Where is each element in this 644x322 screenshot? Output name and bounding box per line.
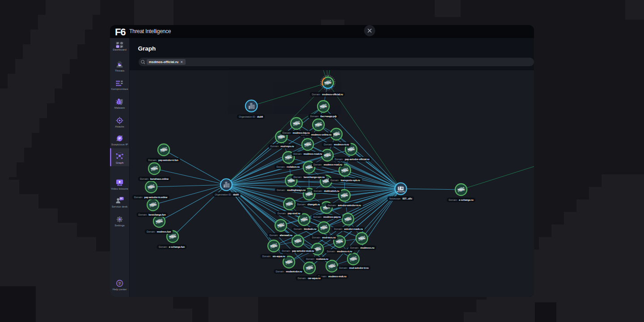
svg-text:бестчендх.рф: бестчендх.рф bbox=[320, 115, 336, 118]
svg-text:pay-avtodor-msk.ru: pay-avtodor-msk.ru bbox=[292, 250, 314, 252]
svg-text:Domain:: Domain: bbox=[449, 199, 458, 201]
svg-text:msdmos-msk.ru: msdmos-msk.ru bbox=[328, 275, 347, 278]
svg-text:msdmoss.ru: msdmoss.ru bbox=[360, 246, 374, 249]
svg-text:WWW: WWW bbox=[286, 203, 293, 205]
svg-text:msdmos-official.ru: msdmos-official.ru bbox=[322, 93, 343, 96]
svg-text:Domain:: Domain: bbox=[293, 228, 302, 230]
svg-text:WWW: WWW bbox=[294, 240, 302, 242]
svg-text:e-schange.fun: e-schange.fun bbox=[169, 246, 185, 248]
svg-text:WWW: WWW bbox=[336, 240, 343, 243]
svg-text:pay-avtodor-tr.fun: pay-avtodor-tr.fun bbox=[158, 159, 178, 161]
svg-text:Netoscope:: Netoscope: bbox=[389, 197, 401, 200]
svg-text:Domain:: Domain: bbox=[270, 145, 279, 148]
svg-text:roslabon.ru: roslabon.ru bbox=[287, 165, 300, 168]
svg-text:Suspicious IP: Suspicious IP bbox=[111, 142, 128, 145]
svg-text:bestchange-vpn.ru: bestchange-vpn.ru bbox=[304, 176, 325, 178]
svg-text:Domain:: Domain: bbox=[313, 216, 322, 218]
svg-text:WWW: WWW bbox=[149, 203, 157, 206]
svg-text:dubft: dubft bbox=[257, 115, 263, 118]
svg-text:msdmos-online.ru: msdmos-online.ru bbox=[311, 133, 331, 136]
svg-text:WWW: WWW bbox=[341, 194, 348, 197]
svg-text:rosbava.ru: rosbava.ru bbox=[316, 258, 328, 260]
svg-text:dublt: dublt bbox=[233, 193, 238, 196]
svg-text:?: ? bbox=[119, 280, 121, 285]
svg-text:WWW: WWW bbox=[278, 136, 285, 138]
svg-text:Domain:: Domain: bbox=[350, 246, 359, 249]
svg-text:Domain:: Domain: bbox=[293, 153, 302, 155]
svg-text:msdmos.fun: msdmos.fun bbox=[157, 230, 171, 233]
svg-text:Organization ID:: Organization ID: bbox=[239, 115, 256, 118]
svg-text:msdmos-bip.ru: msdmos-bip.ru bbox=[292, 131, 309, 134]
svg-text:827...a5c: 827...a5c bbox=[402, 197, 412, 200]
svg-text:Compromises: Compromises bbox=[111, 87, 128, 90]
svg-text:Domain:: Domain: bbox=[148, 159, 157, 161]
svg-text:bestcliange.fun: bestcliange.fun bbox=[148, 213, 166, 216]
svg-text:Domain:: Domain: bbox=[339, 267, 347, 269]
svg-text:WWW: WWW bbox=[458, 188, 465, 191]
svg-text:Help center: Help center bbox=[113, 287, 127, 290]
svg-text:Domain:: Domain: bbox=[146, 230, 155, 233]
svg-text:WWW: WWW bbox=[333, 133, 340, 136]
svg-text:msd-mps.ru: msd-mps.ru bbox=[280, 145, 294, 148]
svg-text:msdmos-rt.ru: msdmos-rt.ru bbox=[337, 250, 352, 253]
svg-text:Domain:: Domain: bbox=[297, 203, 306, 206]
svg-text:WWW: WWW bbox=[277, 224, 285, 227]
svg-text:Domain:: Domain: bbox=[158, 246, 167, 248]
svg-text:WWW: WWW bbox=[288, 179, 295, 182]
svg-text:Domain:: Domain: bbox=[334, 228, 343, 230]
svg-text:Domain:: Domain: bbox=[327, 204, 336, 207]
svg-text:Threats: Threats bbox=[115, 68, 124, 72]
svg-text:pay-avtodor-official.ru: pay-avtodor-official.ru bbox=[345, 158, 369, 161]
svg-text:Domain:: Domain: bbox=[314, 190, 322, 192]
svg-text:WWW: WWW bbox=[358, 237, 366, 240]
svg-text:Dashboard: Dashboard bbox=[113, 47, 127, 51]
svg-text:Video lessons: Video lessons bbox=[111, 186, 128, 190]
svg-text:WWW: WWW bbox=[350, 258, 357, 260]
svg-text:Domain:: Domain: bbox=[276, 189, 285, 191]
svg-text:pay-avtodor-tr.online: pay-avtodor-tr.online bbox=[144, 196, 167, 199]
svg-text:Domain:: Domain: bbox=[330, 179, 339, 182]
svg-text:WWW: WWW bbox=[304, 143, 312, 146]
svg-text:Graph: Graph bbox=[116, 161, 124, 164]
svg-text:msdmos-road.ru: msdmos-road.ru bbox=[323, 163, 342, 166]
svg-text:Settings: Settings bbox=[114, 223, 124, 226]
svg-text:Domain:: Domain: bbox=[276, 165, 285, 168]
svg-text:Service desk: Service desk bbox=[112, 204, 128, 208]
svg-text:Domain:: Domain: bbox=[275, 270, 284, 273]
svg-text:Domain:: Domain: bbox=[282, 250, 291, 252]
svg-text:Domain:: Domain: bbox=[282, 131, 291, 134]
svg-text:transports-spb.ru: transports-spb.ru bbox=[340, 179, 360, 182]
svg-text:WWW: WWW bbox=[285, 156, 292, 159]
svg-text:sto-aqua.ru: sto-aqua.ru bbox=[272, 255, 285, 258]
svg-text:WWW: WWW bbox=[324, 81, 332, 84]
svg-text:WWW: WWW bbox=[169, 235, 177, 238]
svg-text:msdmos-pay.ru: msdmos-pay.ru bbox=[323, 216, 341, 218]
svg-text:WWW: WWW bbox=[305, 166, 313, 169]
svg-text:msd-avtodor-tr.ru: msd-avtodor-tr.ru bbox=[349, 267, 368, 269]
svg-text:msdmos-road.ru: msdmos-road.ru bbox=[303, 153, 322, 155]
svg-text:Domain:: Domain: bbox=[277, 212, 286, 215]
svg-text:Domain:: Domain: bbox=[326, 250, 335, 253]
svg-text:Domain:: Domain: bbox=[312, 93, 321, 96]
svg-text:Domain:: Domain: bbox=[323, 143, 332, 146]
svg-text:WWW: WWW bbox=[156, 220, 163, 223]
svg-text:msdavtodor.ru: msdavtodor.ru bbox=[286, 270, 302, 273]
svg-text:WWW: WWW bbox=[285, 261, 293, 263]
svg-text:NETOSCOPE: NETOSCOPE bbox=[396, 191, 404, 193]
svg-text:changeb.ru: changeb.ru bbox=[307, 203, 320, 206]
svg-text:WWW: WWW bbox=[315, 123, 322, 126]
svg-text:pay-msd.ru: pay-msd.ru bbox=[288, 212, 300, 215]
svg-text:Domain:: Domain: bbox=[269, 234, 278, 237]
svg-text:WWW: WWW bbox=[306, 267, 314, 269]
svg-text:WWW: WWW bbox=[151, 167, 158, 170]
svg-text:WWW: WWW bbox=[301, 218, 308, 221]
svg-text:Domain:: Domain: bbox=[335, 158, 343, 161]
svg-text:btcdeals.ru: btcdeals.ru bbox=[304, 228, 316, 230]
svg-text:Domain:: Domain: bbox=[306, 258, 315, 260]
svg-text:Domain:: Domain: bbox=[310, 115, 319, 118]
svg-text:Domain:: Domain: bbox=[140, 178, 149, 180]
svg-text:Domain:: Domain: bbox=[293, 176, 302, 178]
svg-text:kunahaus.online: kunahaus.online bbox=[150, 178, 168, 180]
svg-text:msd-mos.ru: msd-mos.ru bbox=[322, 236, 335, 239]
svg-text:WWW: WWW bbox=[148, 186, 155, 188]
